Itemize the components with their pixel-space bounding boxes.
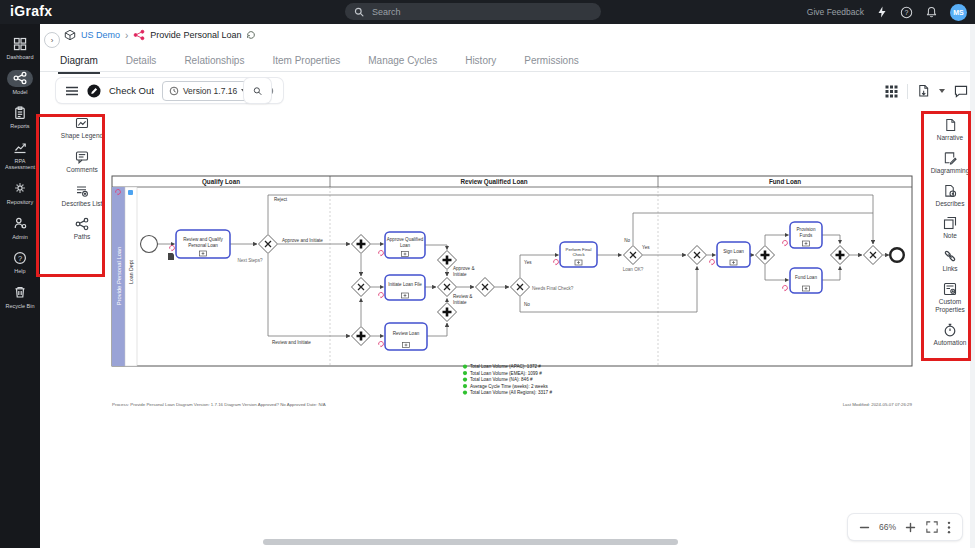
sidebar-item-dashboard[interactable]: Dashboard: [0, 31, 40, 66]
breadcrumb-separator: ›: [125, 30, 128, 41]
diagram-footer-left: Process: Provide Personal Loan Diagram V…: [112, 402, 326, 407]
app-sidebar: Dashboard Model Reports RPA Assessment R…: [0, 24, 40, 548]
task-initiate-loan-file[interactable]: Initiate Loan File: [379, 275, 425, 300]
svg-text:?: ?: [18, 253, 22, 262]
task-review-loan[interactable]: Review Loan: [379, 323, 427, 350]
svg-text:Review Loan: Review Loan: [393, 331, 420, 336]
chevron-down-icon[interactable]: [939, 89, 945, 93]
phase-review-qualified-loan: Review Qualified Loan: [460, 178, 527, 186]
help-icon[interactable]: ?: [900, 6, 913, 19]
more-options-kebab-icon[interactable]: [947, 521, 951, 534]
svg-text:?: ?: [905, 8, 909, 15]
sidebar-item-model[interactable]: Model: [0, 66, 40, 101]
breadcrumb-root-link[interactable]: US Demo: [81, 30, 120, 40]
breadcrumb-current: Provide Personal Loan: [150, 30, 241, 40]
recycle-bin-icon: [7, 284, 33, 301]
notifications-bell-icon[interactable]: [926, 6, 937, 18]
breadcrumb: US Demo › Provide Personal Loan: [64, 29, 256, 41]
svg-text:Review &: Review &: [453, 294, 472, 299]
swimlane-label: Provide Personal Loan: [116, 247, 122, 306]
igrafx-logo: iGrafx: [10, 3, 52, 19]
sidebar-item-reports[interactable]: Reports: [0, 100, 40, 135]
repository-cube-icon: [64, 29, 76, 41]
dashboard-grid-icon: [7, 35, 33, 52]
svg-text:Yes: Yes: [642, 245, 650, 250]
svg-text:No: No: [524, 302, 530, 307]
toolbar-divider: [907, 84, 908, 99]
horizontal-scrollbar[interactable]: [263, 539, 678, 545]
task-perform-final-check[interactable]: Perform FinalCheck: [554, 242, 597, 267]
sidebar-item-recycle-bin[interactable]: Recycle Bin: [0, 280, 40, 315]
main-content: › US Demo › Provide Personal Loan Diagra…: [40, 24, 975, 548]
fit-to-screen-icon[interactable]: [926, 521, 938, 533]
search-input[interactable]: [370, 6, 592, 18]
svg-text:Approve and Initiate: Approve and Initiate: [282, 238, 323, 243]
export-document-icon[interactable]: [917, 84, 930, 98]
attached-document-icon: [168, 253, 174, 260]
comment-bubble-icon[interactable]: [954, 85, 968, 98]
top-bar: iGrafx Give Feedback ? MS: [0, 0, 975, 24]
diagram-toolbar-right: [885, 80, 968, 102]
svg-text:Needs Final Check?: Needs Final Check?: [532, 286, 574, 291]
zoom-level: 66%: [879, 522, 896, 532]
zoom-out-button[interactable]: [859, 522, 870, 533]
lightning-icon[interactable]: [877, 6, 887, 18]
svg-text:Loan OK?: Loan OK?: [623, 267, 644, 272]
zoom-controls: 66%: [848, 514, 962, 540]
collapse-panel-button[interactable]: ›: [44, 32, 60, 48]
admin-user-icon: [7, 215, 33, 232]
svg-text:Initiate: Initiate: [453, 272, 467, 277]
svg-text:Fund Loan: Fund Loan: [795, 275, 817, 280]
user-avatar[interactable]: MS: [950, 4, 967, 21]
lane-info-icon: [128, 190, 133, 195]
diagram-stats: Total Loan Volume (APAC): 1372 # Total L…: [463, 364, 553, 395]
svg-text:Total Loan Volume (APAC): 1372: Total Loan Volume (APAC): 1372 #: [470, 364, 541, 369]
model-share-icon: [7, 70, 33, 87]
phase-qualify-loan: Qualify Loan: [202, 178, 240, 186]
end-event[interactable]: [890, 248, 904, 262]
menu-hamburger-icon[interactable]: [65, 85, 79, 97]
tabs-divider: [40, 71, 975, 72]
svg-text:Approve &: Approve &: [453, 266, 474, 271]
annotation-rectangle-left-panel: [36, 114, 105, 277]
task-review-and-qualify-personal-loan[interactable]: Review and QualifyPersonal Loan: [168, 230, 230, 260]
sidebar-item-repository[interactable]: Repository: [0, 176, 40, 211]
help-circle-icon: ?: [7, 249, 33, 266]
zoom-in-button[interactable]: [905, 522, 916, 533]
svg-text:Review and Initiate: Review and Initiate: [272, 340, 311, 345]
start-event[interactable]: [141, 236, 158, 253]
clock-icon: [169, 86, 179, 96]
check-out-button[interactable]: Check Out: [109, 85, 154, 96]
bpmn-diagram-canvas[interactable]: Qualify Loan Review Qualified Loan Fund …: [104, 170, 920, 410]
svg-text:Initiate Loan File: Initiate Loan File: [388, 282, 422, 287]
svg-text:Yes: Yes: [524, 260, 532, 265]
sublane-label: Loan Dept: [128, 259, 134, 283]
sidebar-item-admin[interactable]: Admin: [0, 211, 40, 246]
search-icon: [253, 85, 262, 97]
annotation-rectangle-right-panel: [921, 111, 971, 361]
task-approve-qualified-loan[interactable]: Approve QualifiedLoan: [379, 232, 425, 258]
svg-text:Average Cycle Time (weeks): 2: Average Cycle Time (weeks): 2 weeks: [470, 384, 548, 389]
svg-text:Reject: Reject: [274, 197, 288, 202]
process-share-icon: [133, 29, 145, 41]
sidebar-item-rpa-assessment[interactable]: RPA Assessment: [0, 135, 40, 176]
repository-gear-icon: [7, 180, 33, 197]
global-search[interactable]: [345, 3, 601, 20]
check-out-pencil-icon: [87, 84, 101, 98]
phase-fund-loan: Fund Loan: [769, 178, 801, 185]
svg-text:Review and QualifyPersonal Loa: Review and QualifyPersonal Loan: [183, 237, 223, 248]
diagram-search-button[interactable]: [244, 78, 271, 103]
item-version-icon: [246, 30, 256, 40]
svg-text:No: No: [624, 238, 630, 243]
reports-clipboard-icon: [7, 104, 33, 121]
grid-view-icon[interactable]: [885, 85, 898, 98]
svg-text:Sign Loan: Sign Loan: [723, 249, 744, 254]
svg-text:Total Loan Volume (NA): 846 #: Total Loan Volume (NA): 846 #: [470, 377, 533, 382]
sidebar-item-help[interactable]: ? Help: [0, 245, 40, 280]
give-feedback-link[interactable]: Give Feedback: [807, 7, 864, 17]
svg-text:Next Steps?: Next Steps?: [237, 258, 262, 263]
diagram-footer-right: Last Modified: 2024-05-07 07:26:29: [843, 402, 913, 407]
svg-text:Total Loan Volume (EMEA): 1099: Total Loan Volume (EMEA): 1099 #: [470, 371, 542, 376]
svg-text:Total Loan Volume (All Regions: Total Loan Volume (All Regions): 3317 #: [470, 390, 552, 395]
version-dropdown[interactable]: Version 1.7.16: [162, 81, 254, 101]
